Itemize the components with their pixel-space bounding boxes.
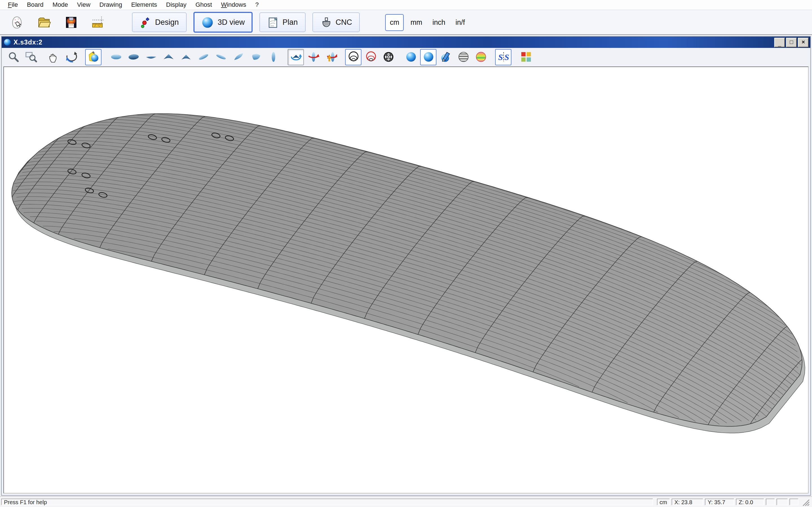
cnc-button[interactable]: CNC <box>312 12 360 32</box>
view-perspective-2-icon[interactable] <box>213 49 229 65</box>
display-shaded-icon[interactable] <box>403 49 419 65</box>
view-nose-icon[interactable] <box>160 49 176 65</box>
plan-doc-icon <box>267 17 278 28</box>
menu-item-view[interactable]: View <box>72 1 95 9</box>
save-file-icon[interactable] <box>61 13 81 31</box>
display-wireframe-icon[interactable] <box>345 49 361 65</box>
plan-label: Plan <box>283 18 298 26</box>
orbit-rotate-icon[interactable] <box>63 49 79 65</box>
close-button[interactable]: × <box>798 38 809 47</box>
status-help-text: Press F1 for help <box>1 499 653 505</box>
viewport-3d[interactable] <box>3 66 809 494</box>
unit-inch[interactable]: inch <box>429 17 449 27</box>
window-controls: _□× <box>773 38 809 47</box>
plan-button[interactable]: Plan <box>259 12 306 32</box>
status-empty-3 <box>790 499 799 505</box>
design-label: Design <box>155 18 179 26</box>
minimize-button[interactable]: _ <box>774 38 785 47</box>
zoom-icon[interactable] <box>5 49 21 65</box>
display-mesh-icon[interactable] <box>380 49 396 65</box>
open-file-icon[interactable] <box>35 13 54 31</box>
view-perspective-3-icon[interactable] <box>230 49 246 65</box>
display-curvature-gray-icon[interactable] <box>455 49 471 65</box>
design-button[interactable]: Design <box>132 12 187 32</box>
view-side-icon[interactable] <box>143 49 159 65</box>
rotate-upright-icon[interactable] <box>288 49 304 65</box>
zoom-window-icon[interactable] <box>22 49 39 65</box>
main-toolbar: 1 0 Design 3D view Plan CNC cmmminchin/f <box>0 10 812 35</box>
view-top-icon[interactable] <box>265 49 282 65</box>
status-x-coordinate: X: 23.8 <box>672 499 703 505</box>
status-empty-1 <box>766 499 775 505</box>
file-toolbar-group: 1 0 <box>3 13 112 31</box>
status-empty-2 <box>776 499 788 505</box>
symmetry-icon[interactable]: S S <box>495 49 511 65</box>
status-cells: cmX: 23.8Y: 35.7Z: 0.0 <box>655 499 799 505</box>
menu-item-display[interactable]: Display <box>161 1 191 9</box>
view-bottom-icon[interactable] <box>125 49 142 65</box>
menu-item-help[interactable]: ? <box>251 1 263 9</box>
menu-item-file[interactable]: File <box>3 1 22 9</box>
svg-text:1: 1 <box>94 25 95 27</box>
sphere-3d-icon <box>201 16 214 29</box>
mdi-client-area: X.s3dx:2 _□× <box>0 35 812 496</box>
document-title: X.s3dx:2 <box>13 39 773 46</box>
view-perspective-4-icon[interactable] <box>248 49 264 65</box>
view-tail-icon[interactable] <box>177 49 194 65</box>
design-nodes-icon <box>140 17 151 28</box>
menu-item-ghost[interactable]: Ghost <box>191 1 216 9</box>
status-y-coordinate: Y: 35.7 <box>705 499 734 505</box>
mode-button-group: Design 3D view Plan CNC <box>132 12 367 33</box>
cnc-bit-icon <box>320 17 332 28</box>
unit-cm[interactable]: cm <box>386 14 404 31</box>
surfboard-3d-render <box>4 67 808 493</box>
board-render-mode-icon[interactable] <box>85 49 101 65</box>
display-outline-red-icon[interactable] <box>363 49 379 65</box>
display-painted-icon[interactable] <box>438 49 454 65</box>
rotate-flip-icon[interactable] <box>322 49 339 65</box>
svg-text:0: 0 <box>99 25 100 27</box>
menu-item-windows[interactable]: Windows <box>216 1 251 9</box>
units-group: cmmminchin/f <box>384 14 470 31</box>
color-settings-icon[interactable] <box>518 49 534 65</box>
display-smooth-icon[interactable] <box>420 49 437 65</box>
status-bar: Press F1 for help cmX: 23.8Y: 35.7Z: 0.0 <box>0 496 812 507</box>
display-curvature-color-icon[interactable] <box>472 49 489 65</box>
viewport-frame <box>2 66 810 495</box>
3d-view-label: 3D view <box>218 18 245 26</box>
rotate-continuous-icon[interactable] <box>305 49 321 65</box>
status-z-coordinate: Z: 0.0 <box>736 499 764 505</box>
svg-text:S: S <box>504 52 509 62</box>
view-toolbar: S S <box>2 48 810 66</box>
view-perspective-1-icon[interactable] <box>195 49 211 65</box>
cnc-label: CNC <box>336 18 352 26</box>
view-deck-icon[interactable] <box>108 49 124 65</box>
pan-hand-icon[interactable] <box>45 49 61 65</box>
document-title-bar[interactable]: X.s3dx:2 _□× <box>2 37 810 48</box>
document-icon <box>3 38 11 46</box>
svg-text:S: S <box>498 52 503 62</box>
maximize-button[interactable]: □ <box>786 38 797 47</box>
menu-item-drawing[interactable]: Drawing <box>95 1 127 9</box>
menu-item-elements[interactable]: Elements <box>126 1 161 9</box>
menu-item-mode[interactable]: Mode <box>48 1 72 9</box>
status-unit: cm <box>657 499 670 505</box>
menu-bar: FileBoardModeViewDrawingElementsDisplayG… <box>0 0 812 10</box>
measure-icon[interactable]: 1 0 <box>89 13 108 31</box>
document-window: X.s3dx:2 _□× <box>1 36 811 496</box>
unit-mm[interactable]: mm <box>407 17 426 27</box>
new-board-icon[interactable] <box>7 13 27 31</box>
menu-item-board[interactable]: Board <box>22 1 48 9</box>
application-window: FileBoardModeViewDrawingElementsDisplayG… <box>0 0 812 507</box>
3d-view-button[interactable]: 3D view <box>193 12 253 33</box>
resize-grip[interactable] <box>801 498 810 506</box>
unit-inf[interactable]: in/f <box>452 17 468 27</box>
